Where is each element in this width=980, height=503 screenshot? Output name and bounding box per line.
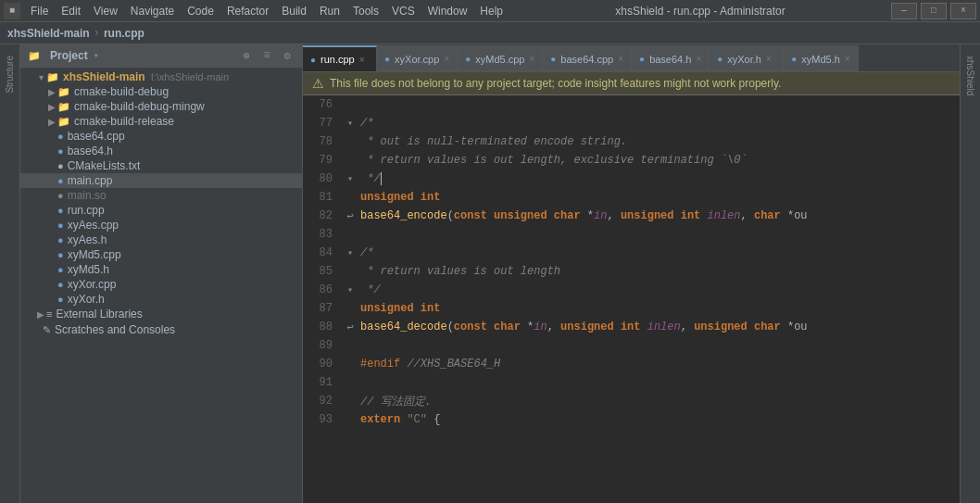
file-label: main.so (68, 189, 107, 202)
tree-item-cmake-release[interactable]: ▶ 📁 cmake-build-release (20, 114, 302, 129)
breadcrumb-file[interactable]: run.cpp (104, 27, 144, 40)
menu-view[interactable]: View (87, 0, 124, 22)
tree-item-xyxorcpp[interactable]: ● xyXor.cpp (20, 277, 302, 292)
file-cpp-icon: ● (57, 131, 64, 142)
code-area[interactable]: 76 77 ▾ /* 78 (303, 95, 960, 503)
tab-close-icon[interactable]: × (845, 54, 850, 64)
line-code: /* (360, 117, 960, 130)
menu-edit[interactable]: Edit (55, 0, 87, 22)
tab-runcpp[interactable]: ● run.cpp × (303, 45, 377, 71)
menu-file[interactable]: File (24, 0, 55, 22)
tree-item-external-libraries[interactable]: ▶ ≡ External Libraries (20, 307, 302, 321)
tab-close-icon[interactable]: × (529, 54, 534, 64)
code-line-76: 76 (303, 95, 960, 114)
menu-refactor[interactable]: Refactor (220, 0, 275, 22)
menu-code[interactable]: Code (181, 0, 220, 22)
tab-file-icon: ● (717, 54, 722, 64)
fold-icon[interactable]: ▾ (347, 284, 353, 296)
menu-navigate[interactable]: Navigate (124, 0, 181, 22)
close-button[interactable]: × (950, 3, 976, 19)
folder-icon: 📁 (57, 116, 70, 128)
tree-root[interactable]: ▾ 📁 xhsShield-main I:\xhsShield-main (20, 69, 302, 84)
scratches-label: Scratches and Consoles (55, 323, 175, 336)
line-number: 77 (303, 114, 340, 132)
tree-item-xymd5h[interactable]: ● xyMd5.h (20, 262, 302, 277)
code-line-77: 77 ▾ /* (303, 114, 960, 132)
project-title: Project (50, 49, 88, 62)
tree-item-scratches[interactable]: ✎ Scratches and Consoles (20, 321, 302, 338)
tree-item-xyxorh[interactable]: ● xyXor.h (20, 292, 302, 307)
line-code: // 写法固定. (360, 394, 960, 409)
tree-item-cmake-debug[interactable]: ▶ 📁 cmake-build-debug (20, 84, 302, 99)
code-line-85: 85 * return values is out length (303, 262, 960, 281)
breadcrumb-separator: › (94, 27, 100, 40)
project-collapse-button[interactable]: ≡ (259, 48, 274, 63)
fold-icon[interactable]: ▾ (347, 247, 353, 258)
wrap-arrow-icon: ↩ (346, 321, 353, 334)
line-number: 87 (303, 299, 340, 318)
project-panel: 📁 Project ▾ ⊕ ≡ ⚙ ▾ 📁 xhsShield-main I:\… (20, 44, 303, 503)
menu-tools[interactable]: Tools (346, 0, 385, 22)
file-label: CMakeLists.txt (68, 159, 141, 172)
menu-build[interactable]: Build (275, 0, 313, 22)
tab-close-icon[interactable]: × (696, 54, 701, 64)
code-line-79: 79 * return values is out length, exclus… (303, 151, 960, 170)
fold-icon[interactable]: ▾ (347, 118, 353, 129)
fold-icon[interactable]: ▾ (347, 173, 353, 184)
tab-xymd5h[interactable]: ● xyMd5.h × (784, 45, 858, 71)
structure-tab[interactable]: Structure (3, 52, 17, 97)
file-label: xyAes.h (68, 233, 107, 246)
line-code: extern "C" { (360, 413, 960, 426)
line-number: 92 (303, 392, 340, 410)
tab-base64cpp[interactable]: ● base64.cpp × (543, 45, 632, 71)
tree-item-base64h[interactable]: ● base64.h (20, 144, 302, 158)
tab-label: base64.h (649, 54, 691, 65)
menu-help[interactable]: Help (473, 0, 509, 22)
tab-base64h[interactable]: ● base64.h × (632, 45, 710, 71)
project-tree: ▾ 📁 xhsShield-main I:\xhsShield-main ▶ 📁… (20, 68, 302, 503)
tree-item-base64cpp[interactable]: ● base64.cpp (20, 129, 302, 144)
file-label: main.cpp (68, 174, 113, 187)
minimize-button[interactable]: — (891, 3, 917, 19)
code-line-88: 88 ↩ base64_decode(const char *in, unsig… (303, 318, 960, 336)
line-code: */ (360, 172, 960, 185)
project-caret-icon[interactable]: ▾ (94, 50, 99, 61)
folder-icon: 📁 (57, 101, 70, 113)
line-gutter: ↩ (340, 321, 360, 334)
line-code: * return values is out length (360, 265, 960, 278)
maximize-button[interactable]: □ (921, 3, 947, 19)
line-number: 89 (303, 336, 340, 355)
tree-item-xyaesh[interactable]: ● xyAes.h (20, 233, 302, 247)
line-code: base64_decode(const char *in, unsigned i… (360, 321, 960, 333)
tab-xyxorh[interactable]: ● xyXor.h × (710, 45, 784, 71)
tree-item-maincpp[interactable]: ● main.cpp (20, 173, 302, 188)
warning-text: This file does not belong to any project… (330, 77, 781, 90)
tree-item-cmake-debug-mingw[interactable]: ▶ 📁 cmake-build-debug-mingw (20, 99, 302, 114)
project-settings-button[interactable]: ⚙ (280, 48, 295, 63)
breadcrumb-project[interactable]: xhsShield-main (7, 27, 90, 40)
ext-arrow-icon: ▶ (35, 309, 46, 320)
tab-xymd5cpp[interactable]: ● xyMd5.cpp × (458, 45, 543, 71)
tab-close-icon[interactable]: × (444, 54, 449, 64)
file-cpp-icon: ● (57, 205, 64, 216)
project-locate-button[interactable]: ⊕ (239, 48, 254, 63)
root-folder-name: xhsShield-main (63, 70, 145, 83)
line-code: * out is null-terminated encode string. (360, 135, 960, 148)
tab-close-icon[interactable]: × (359, 55, 365, 65)
tab-close-icon[interactable]: × (618, 54, 623, 64)
code-line-80: 80 ▾ */ (303, 170, 960, 188)
tab-close-icon[interactable]: × (766, 54, 772, 64)
menu-window[interactable]: Window (421, 0, 474, 22)
right-sidebar-tab[interactable]: xhsShield (963, 52, 977, 99)
menu-vcs[interactable]: VCS (385, 0, 421, 22)
line-number: 86 (303, 281, 340, 299)
menu-run[interactable]: Run (313, 0, 346, 22)
tree-item-runcpp[interactable]: ● run.cpp (20, 203, 302, 218)
tree-item-mainso[interactable]: ● main.so (20, 188, 302, 203)
line-number: 78 (303, 132, 340, 151)
tree-item-cmakelists[interactable]: ● CMakeLists.txt (20, 158, 302, 173)
tree-item-xymd5cpp[interactable]: ● xyMd5.cpp (20, 247, 302, 262)
tree-item-xyaescpp[interactable]: ● xyAes.cpp (20, 218, 302, 233)
tab-xyxorcpp[interactable]: ● xyXor.cpp × (377, 45, 458, 71)
code-line-81: 81 unsigned int (303, 188, 960, 207)
